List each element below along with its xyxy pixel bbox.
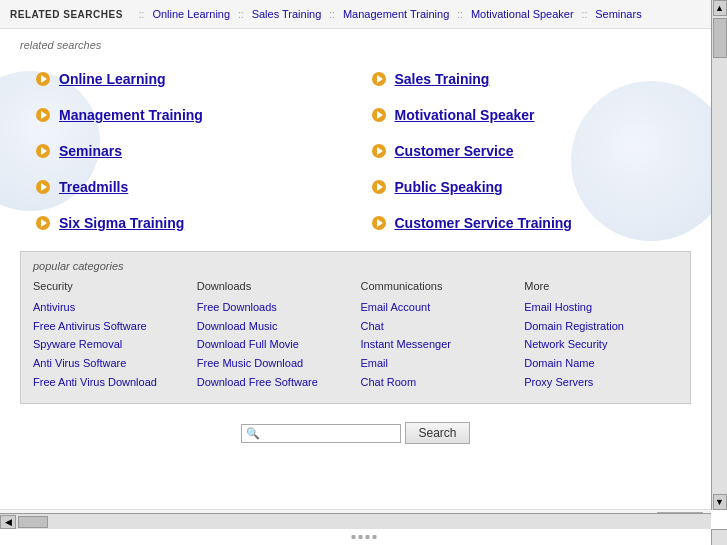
cat-link-free-antivirus[interactable]: Free Antivirus Software xyxy=(33,317,187,336)
search-icon: 🔍 xyxy=(246,427,260,440)
grid-item-customer-service[interactable]: Customer Service xyxy=(356,133,692,169)
cat-link-free-music[interactable]: Free Music Download xyxy=(197,354,351,373)
cat-link-network-security[interactable]: Network Security xyxy=(524,335,678,354)
resize-dots xyxy=(351,529,376,545)
link-sales-training[interactable]: Sales Training xyxy=(395,71,490,87)
nav-link-online-learning[interactable]: Online Learning xyxy=(152,8,230,20)
scroll-thumb[interactable] xyxy=(713,18,727,58)
grid-item-management-training[interactable]: Management Training xyxy=(20,97,356,133)
cat-link-download-music[interactable]: Download Music xyxy=(197,317,351,336)
dot-1 xyxy=(351,535,355,539)
cat-link-antivirus[interactable]: Antivirus xyxy=(33,298,187,317)
search-results-grid: Online Learning Sales Training Managemen… xyxy=(20,61,691,241)
category-col-downloads: Downloads Free Downloads Download Music … xyxy=(197,280,351,391)
dot-3 xyxy=(365,535,369,539)
scroll-arrow-left[interactable]: ◀ xyxy=(0,515,16,529)
link-public-speaking[interactable]: Public Speaking xyxy=(395,179,503,195)
grid-item-public-speaking[interactable]: Public Speaking xyxy=(356,169,692,205)
arrow-icon-9 xyxy=(35,215,51,231)
cat-link-email[interactable]: Email xyxy=(361,354,515,373)
arrow-icon-6 xyxy=(371,143,387,159)
link-treadmills[interactable]: Treadmills xyxy=(59,179,128,195)
grid-item-treadmills[interactable]: Treadmills xyxy=(20,169,356,205)
grid-item-motivational-speaker[interactable]: Motivational Speaker xyxy=(356,97,692,133)
cat-link-antivirus-software[interactable]: Anti Virus Software xyxy=(33,354,187,373)
cat-link-free-downloads[interactable]: Free Downloads xyxy=(197,298,351,317)
grid-item-seminars[interactable]: Seminars xyxy=(20,133,356,169)
nav-sep-4: :: xyxy=(457,9,463,20)
cat-link-domain-name[interactable]: Domain Name xyxy=(524,354,678,373)
link-customer-service-training[interactable]: Customer Service Training xyxy=(395,215,572,231)
link-six-sigma-training[interactable]: Six Sigma Training xyxy=(59,215,184,231)
scroll-arrow-up[interactable]: ▲ xyxy=(713,0,727,16)
link-seminars[interactable]: Seminars xyxy=(59,143,122,159)
nav-link-management-training[interactable]: Management Training xyxy=(343,8,449,20)
search-bar-section: 🔍 Search xyxy=(20,414,691,452)
link-customer-service[interactable]: Customer Service xyxy=(395,143,514,159)
categories-grid: Security Antivirus Free Antivirus Softwa… xyxy=(33,280,678,391)
nav-sep-3: :: xyxy=(329,9,335,20)
scrollbar-bottom[interactable]: ◀ xyxy=(0,513,711,529)
link-management-training[interactable]: Management Training xyxy=(59,107,203,123)
nav-sep-1: :: xyxy=(139,9,145,20)
cat-link-chat-room[interactable]: Chat Room xyxy=(361,373,515,392)
scroll-thumb-h[interactable] xyxy=(18,516,48,528)
cat-link-proxy-servers[interactable]: Proxy Servers xyxy=(524,373,678,392)
grid-item-customer-service-training[interactable]: Customer Service Training xyxy=(356,205,692,241)
grid-item-six-sigma[interactable]: Six Sigma Training xyxy=(20,205,356,241)
cat-link-email-account[interactable]: Email Account xyxy=(361,298,515,317)
arrow-icon-4 xyxy=(371,107,387,123)
top-nav-bar: RELATED SEARCHES :: Online Learning :: S… xyxy=(0,0,711,29)
main-content: RELATED SEARCHES :: Online Learning :: S… xyxy=(0,0,711,513)
cat-link-free-antivirus-download[interactable]: Free Anti Virus Download xyxy=(33,373,187,392)
nav-link-seminars[interactable]: Seminars xyxy=(595,8,641,20)
arrow-icon-3 xyxy=(35,107,51,123)
nav-sep-2: :: xyxy=(238,9,244,20)
cat-link-email-hosting[interactable]: Email Hosting xyxy=(524,298,678,317)
col-header-communications: Communications xyxy=(361,280,515,294)
related-searches-label: RELATED SEARCHES xyxy=(10,9,123,20)
related-searches-title: related searches xyxy=(20,39,691,51)
cat-link-download-software[interactable]: Download Free Software xyxy=(197,373,351,392)
arrow-icon-10 xyxy=(371,215,387,231)
col-header-security: Security xyxy=(33,280,187,294)
category-col-security: Security Antivirus Free Antivirus Softwa… xyxy=(33,280,187,391)
nav-link-motivational-speaker[interactable]: Motivational Speaker xyxy=(471,8,574,20)
category-col-more: More Email Hosting Domain Registration N… xyxy=(524,280,678,391)
popular-categories-section: popular categories Security Antivirus Fr… xyxy=(20,251,691,404)
popular-categories-title: popular categories xyxy=(33,260,678,272)
scroll-arrow-down[interactable]: ▼ xyxy=(713,494,727,510)
cat-link-instant-messenger[interactable]: Instant Messenger xyxy=(361,335,515,354)
link-online-learning[interactable]: Online Learning xyxy=(59,71,166,87)
nav-link-sales-training[interactable]: Sales Training xyxy=(252,8,322,20)
grid-item-online-learning[interactable]: Online Learning xyxy=(20,61,356,97)
link-motivational-speaker[interactable]: Motivational Speaker xyxy=(395,107,535,123)
arrow-icon-8 xyxy=(371,179,387,195)
search-input[interactable] xyxy=(264,427,394,439)
arrow-icon-5 xyxy=(35,143,51,159)
category-col-communications: Communications Email Account Chat Instan… xyxy=(361,280,515,391)
cat-link-chat[interactable]: Chat xyxy=(361,317,515,336)
cat-link-download-movie[interactable]: Download Full Movie xyxy=(197,335,351,354)
search-button[interactable]: Search xyxy=(405,422,469,444)
arrow-icon-2 xyxy=(371,71,387,87)
cat-link-domain-registration[interactable]: Domain Registration xyxy=(524,317,678,336)
scrollbar-right[interactable]: ▲ ▼ xyxy=(711,0,727,510)
content-area: related searches Online Learning xyxy=(0,29,711,462)
dot-4 xyxy=(372,535,376,539)
dot-2 xyxy=(358,535,362,539)
search-input-wrapper: 🔍 xyxy=(241,424,401,443)
col-header-more: More xyxy=(524,280,678,294)
scrollbar-corner xyxy=(711,529,727,545)
nav-sep-5: :: xyxy=(582,9,588,20)
arrow-icon-7 xyxy=(35,179,51,195)
arrow-icon-1 xyxy=(35,71,51,87)
col-header-downloads: Downloads xyxy=(197,280,351,294)
grid-item-sales-training[interactable]: Sales Training xyxy=(356,61,692,97)
cat-link-spyware[interactable]: Spyware Removal xyxy=(33,335,187,354)
